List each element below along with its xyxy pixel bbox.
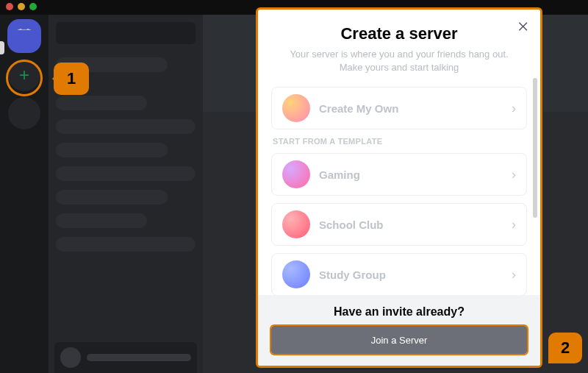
chevron-right-icon: ›	[512, 101, 516, 116]
annotation-step2: 2	[548, 333, 582, 363]
join-server-button[interactable]: Join a Server	[271, 326, 527, 354]
chevron-right-icon: ›	[512, 267, 516, 283]
chevron-right-icon: ›	[512, 217, 516, 232]
template-school-club-option[interactable]: School Club ›	[271, 203, 527, 246]
option-label: Create My Own	[319, 102, 503, 115]
modal-header: Create a server Your server is where you…	[258, 10, 540, 77]
app-window: + Create a server Your server is where y…	[0, 0, 588, 373]
chevron-right-icon: ›	[512, 167, 516, 182]
study-group-icon	[282, 260, 310, 288]
modal-title: Create a server	[276, 24, 523, 43]
close-icon	[517, 20, 530, 33]
modal-body: Create My Own › START FROM A TEMPLATE Ga…	[258, 77, 540, 295]
create-own-icon	[282, 94, 310, 122]
modal-footer: Have an invite already? Join a Server	[258, 295, 540, 366]
annotation-step1: 1	[54, 63, 89, 95]
template-study-group-option[interactable]: Study Group ›	[271, 253, 527, 295]
template-gaming-option[interactable]: Gaming ›	[271, 153, 527, 196]
create-my-own-option[interactable]: Create My Own ›	[271, 87, 527, 129]
option-label: Study Group	[319, 269, 503, 281]
footer-title: Have an invite already?	[271, 305, 527, 319]
gaming-icon	[282, 160, 310, 188]
template-section-header: START FROM A TEMPLATE	[273, 137, 527, 146]
option-label: Gaming	[319, 168, 503, 181]
create-server-modal: Create a server Your server is where you…	[256, 7, 542, 368]
modal-subtitle: Your server is where you and your friend…	[276, 48, 523, 74]
school-club-icon	[282, 210, 310, 238]
scrollbar[interactable]	[533, 78, 537, 218]
close-button[interactable]	[515, 18, 531, 35]
option-label: School Club	[319, 219, 503, 231]
